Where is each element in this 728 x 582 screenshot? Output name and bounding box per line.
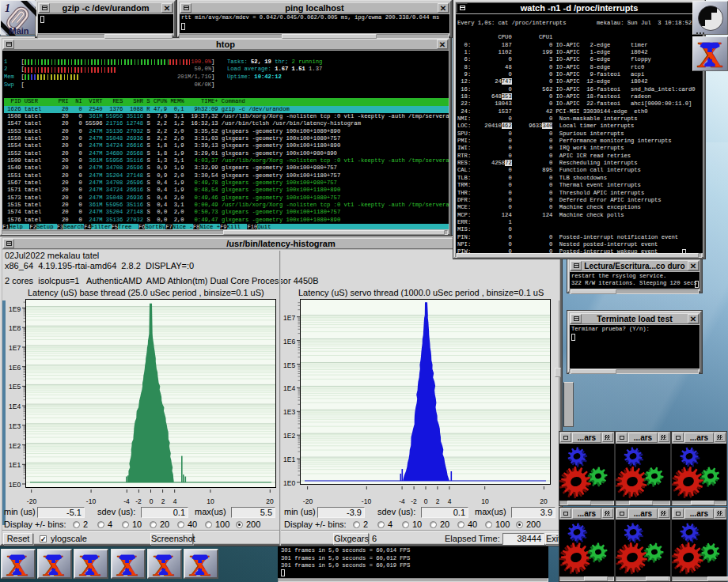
svg-text:1: 1 [5, 2, 10, 14]
svg-text:Main: Main [9, 26, 28, 36]
